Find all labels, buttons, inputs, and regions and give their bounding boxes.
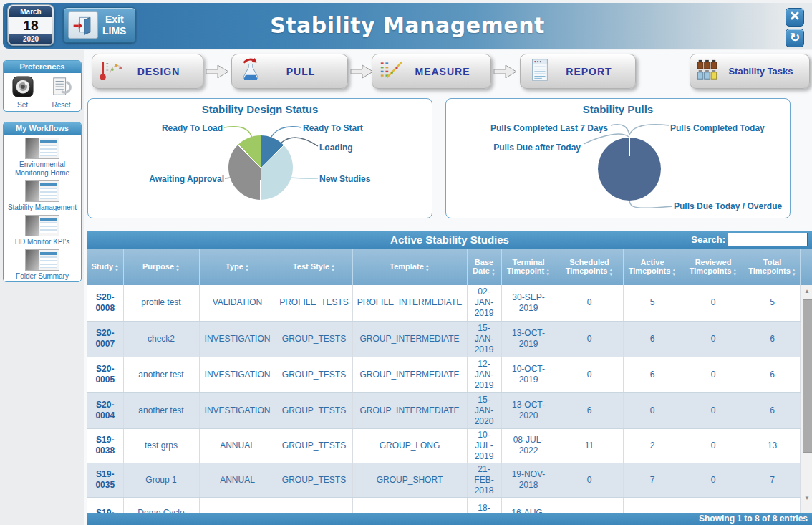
my-workflows-panel: My Workflows Environmental Monitoring Ho… <box>3 122 82 282</box>
pie-label-ready-to-load: Ready To Load <box>162 123 223 133</box>
pull-step-button[interactable]: PULL <box>231 54 348 89</box>
column-header-scheduled-timepoints[interactable]: Scheduled Timepoints <box>556 249 623 285</box>
sort-icon <box>609 268 613 276</box>
study-id-link[interactable]: S20-0004 <box>87 392 123 428</box>
preferences-panel: Preferences Set <box>3 60 82 112</box>
active-stability-studies-panel: Active Stability Studies Search: Study P… <box>87 231 812 525</box>
table-entries-status: Showing 1 to 8 of 8 entries <box>87 513 812 525</box>
study-id-link[interactable]: S20-0008 <box>87 285 123 321</box>
sort-icon <box>792 268 796 276</box>
column-header-type[interactable]: Type <box>199 249 276 285</box>
column-header-reviewed-timepoints[interactable]: Reviewed Timepoints <box>682 249 745 285</box>
calendar-year: 2020 <box>9 34 52 44</box>
workflow-thumbnail-icon <box>25 180 59 202</box>
measure-step-button[interactable]: MEASURE <box>372 54 491 89</box>
column-header-template[interactable]: Template <box>352 249 467 285</box>
table-row[interactable]: S20-0004 another test INVESTIGATION GROU… <box>87 392 800 428</box>
sort-icon <box>331 264 335 272</box>
table-row[interactable]: S19-0038 test grps ANNUAL GROUP_TESTS GR… <box>87 428 800 463</box>
refresh-button[interactable]: ↻ <box>786 29 804 47</box>
column-header-terminal-timepoint[interactable]: Terminal Timepoint <box>501 249 556 285</box>
refresh-icon: ↻ <box>790 30 800 46</box>
workflow-item-hd-monitor-kpis[interactable]: HD Monitor KPI's <box>4 215 81 246</box>
scroll-down-icon[interactable] <box>801 493 812 504</box>
sort-icon <box>425 264 430 272</box>
studies-header-row: Study Purpose Type Test Style Template B… <box>87 249 812 285</box>
stability-design-status-panel: Stability Design Status Ready To Load Re… <box>87 98 432 218</box>
sort-icon <box>245 264 249 272</box>
stability-tasks-label: Stability Tasks <box>718 66 803 77</box>
scroll-up-icon[interactable] <box>801 286 812 297</box>
study-id-link[interactable]: S20-0005 <box>87 357 123 392</box>
workflow-thumbnail-icon <box>25 249 59 271</box>
design-thermometer-icon <box>97 57 125 86</box>
reset-document-icon <box>50 76 73 100</box>
column-header-active-timepoints[interactable]: Active Timepoints <box>623 249 682 285</box>
stability-pulls-panel: Stability Pulls Pulls Completed Last 7 D… <box>445 98 791 218</box>
sort-icon <box>546 268 550 276</box>
measure-chart-icon <box>377 57 405 86</box>
table-row[interactable]: S19-0035 Group 1 ANNUAL GROUP_TESTS GROU… <box>87 463 800 497</box>
column-header-purpose[interactable]: Purpose <box>123 249 199 285</box>
column-header-base-date[interactable]: Base Date <box>467 249 501 285</box>
pie-label-pulls-completed-today: Pulls Completed Today <box>670 123 765 133</box>
calendar-day: 18 <box>9 17 52 34</box>
workflow-item-folder-summary[interactable]: Folder Summary <box>4 249 81 281</box>
column-header-study[interactable]: Study <box>87 249 123 285</box>
pie-label-awaiting-approval: Awaiting Approval <box>149 174 224 184</box>
table-row[interactable]: S20-0005 another test INVESTIGATION GROU… <box>87 357 800 392</box>
reset-label: Reset <box>52 101 70 109</box>
pie-label-new-studies: New Studies <box>319 174 370 184</box>
exit-lims-label: Exit LIMS <box>102 14 126 37</box>
pie-label-loading: Loading <box>319 143 353 153</box>
column-header-test-style[interactable]: Test Style <box>276 249 352 285</box>
exit-lims-button[interactable]: Exit LIMS <box>63 7 136 43</box>
set-label: Set <box>17 101 28 109</box>
report-document-icon <box>526 57 553 86</box>
report-step-button[interactable]: REPORT <box>520 54 636 89</box>
workflow-item-stability-management[interactable]: Stability Management <box>4 180 81 212</box>
sort-icon <box>733 268 737 276</box>
study-id-link[interactable]: S19-0038 <box>87 428 123 463</box>
stability-tasks-button[interactable]: Stability Tasks <box>690 54 810 89</box>
search-input[interactable] <box>728 233 808 246</box>
design-status-pie-chart <box>228 135 293 200</box>
calendar-widget[interactable]: March 18 2020 <box>7 4 54 46</box>
studies-titlebar: Active Stability Studies Search: <box>87 231 812 249</box>
study-id-link[interactable]: S19-0028 <box>87 497 123 514</box>
table-row[interactable]: S19-0028 Demo Cycle Testing short ANNUAL… <box>87 497 800 514</box>
table-row[interactable]: S20-0007 check2 INVESTIGATION GROUP_TEST… <box>87 321 800 357</box>
calendar-month: March <box>9 6 52 17</box>
pie-label-pulls-due-after-today: Pulls Due after Today <box>493 143 581 153</box>
pie-label-pulls-completed-last-7-days: Pulls Completed Last 7 Days <box>490 123 608 133</box>
close-button[interactable] <box>786 8 804 27</box>
pie-label-ready-to-start: Ready To Start <box>303 123 363 133</box>
preferences-reset-button[interactable]: Reset <box>50 76 73 109</box>
my-workflows-header: My Workflows <box>4 122 81 135</box>
studies-table: S20-0008 profile test VALIDATION PROFILE… <box>87 285 801 514</box>
table-scrollbar[interactable] <box>801 285 812 514</box>
chart-title: Stability Pulls <box>446 103 790 115</box>
pull-flask-icon <box>237 57 264 86</box>
search-label: Search: <box>691 234 725 245</box>
preferences-header: Preferences <box>4 61 81 73</box>
study-id-link[interactable]: S19-0035 <box>87 463 123 497</box>
exit-door-icon <box>68 11 98 39</box>
scrollbar-thumb[interactable] <box>803 299 812 453</box>
sort-icon <box>175 264 180 272</box>
sort-icon <box>491 268 496 276</box>
design-step-button[interactable]: DESIGN <box>92 54 203 89</box>
study-id-link[interactable]: S20-0007 <box>87 321 123 357</box>
sort-icon <box>115 264 119 272</box>
flow-arrow-icon <box>350 64 374 80</box>
close-icon <box>790 11 800 24</box>
flow-arrow-icon <box>206 64 230 80</box>
table-row[interactable]: S20-0008 profile test VALIDATION PROFILE… <box>87 285 800 321</box>
gear-icon <box>12 76 34 100</box>
column-header-total-timepoints[interactable]: Total Timepoints <box>745 249 800 285</box>
pie-label-pulls-due-today-overdue: Pulls Due Today / Overdue <box>674 201 782 211</box>
workflow-item-environmental-monitoring-home[interactable]: Environmental Monitoring Home <box>4 138 81 178</box>
preferences-set-button[interactable]: Set <box>12 76 34 109</box>
chart-title: Stability Design Status <box>88 103 432 115</box>
header-filler <box>801 249 812 285</box>
